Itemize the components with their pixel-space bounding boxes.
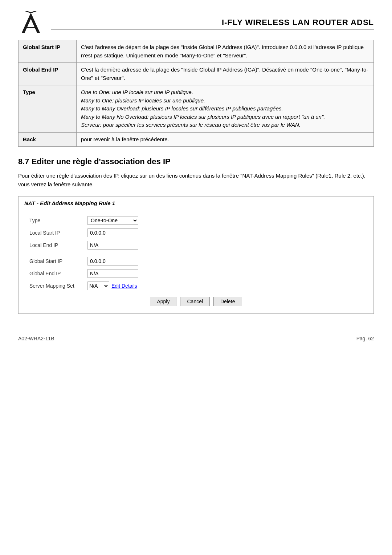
svg-line-3	[25, 11, 31, 13]
edit-details-link[interactable]: Edit Details	[111, 283, 137, 289]
local-end-ip-label: Local End IP	[29, 242, 87, 248]
local-start-ip-label: Local Start IP	[29, 230, 87, 236]
server-mapping-controls: N/A 1 2 Edit Details	[87, 281, 137, 290]
apply-button[interactable]: Apply	[150, 297, 176, 306]
row-content-type: One to One: une IP locale sur une IP pub…	[77, 85, 374, 133]
row-content-back: pour revenir à la fenêtre précédente.	[77, 132, 374, 147]
global-start-ip-input[interactable]	[87, 257, 138, 266]
global-start-ip-row: Global Start IP	[29, 257, 363, 266]
section-heading: 8.7 Editer une règle d'association des I…	[18, 157, 374, 166]
logo	[18, 11, 44, 36]
row-label-global-end-ip: Global End IP	[19, 63, 77, 85]
type-select[interactable]: One-to-One Many-to-One Many-to-Many Over…	[87, 216, 138, 225]
global-end-ip-input[interactable]	[87, 269, 138, 278]
type-line-2: Many to One: plusieurs IP locales sur un…	[81, 97, 205, 104]
header-title: I-FLY WIRELESS LAN ROUTER ADSL	[51, 18, 374, 29]
row-label-type: Type	[19, 85, 77, 133]
global-start-ip-label: Global Start IP	[29, 258, 87, 264]
type-line-4: Many to Many No Overload: plusieurs IP l…	[81, 114, 325, 120]
buttons-row: Apply Cancel Delete	[19, 297, 373, 306]
svg-line-4	[31, 11, 36, 13]
footer-page: Pag. 62	[356, 336, 374, 341]
server-mapping-row: Server Mapping Set N/A 1 2 Edit Details	[29, 281, 363, 290]
nat-form: Type One-to-One Many-to-One Many-to-Many…	[19, 210, 373, 290]
cancel-button[interactable]: Cancel	[180, 297, 210, 306]
nat-form-box: NAT - Edit Address Mapping Rule 1 Type O…	[18, 196, 374, 314]
page-header: I-FLY WIRELESS LAN ROUTER ADSL	[18, 11, 374, 36]
type-line-5: Serveur: pour spécifier les services pré…	[81, 122, 301, 128]
local-end-ip-input[interactable]	[87, 241, 138, 250]
table-row: Back pour revenir à la fenêtre précédent…	[19, 132, 374, 147]
page-footer: A02-WRA2-11B Pag. 62	[18, 336, 374, 341]
local-start-ip-input[interactable]	[87, 228, 138, 237]
nat-box-title: NAT - Edit Address Mapping Rule 1	[19, 197, 373, 210]
row-content-global-start-ip: C'est l'adresse de départ de la plage de…	[77, 40, 374, 63]
section-paragraph: Pour éditer une règle d'association des …	[18, 171, 374, 189]
type-line-1: One to One: une IP locale sur une IP pub…	[81, 89, 193, 95]
table-row: Global End IP C'est la dernière adresse …	[19, 63, 374, 85]
table-row: Global Start IP C'est l'adresse de dépar…	[19, 40, 374, 63]
table-row: Type One to One: une IP locale sur une I…	[19, 85, 374, 133]
type-row: Type One-to-One Many-to-One Many-to-Many…	[29, 216, 363, 225]
local-start-ip-row: Local Start IP	[29, 228, 363, 237]
server-mapping-select[interactable]: N/A 1 2	[87, 281, 109, 290]
info-table: Global Start IP C'est l'adresse de dépar…	[18, 40, 374, 147]
row-label-global-start-ip: Global Start IP	[19, 40, 77, 63]
row-label-back: Back	[19, 132, 77, 147]
local-end-ip-row: Local End IP	[29, 241, 363, 250]
footer-model: A02-WRA2-11B	[18, 336, 54, 341]
type-label: Type	[29, 218, 87, 223]
server-mapping-label: Server Mapping Set	[29, 283, 87, 289]
delete-button[interactable]: Delete	[213, 297, 242, 306]
type-line-3: Many to Many Overload: plusieurs IP loca…	[81, 105, 283, 112]
global-end-ip-row: Global End IP	[29, 269, 363, 278]
global-end-ip-label: Global End IP	[29, 271, 87, 276]
row-content-global-end-ip: C'est la dernière adresse de la plage de…	[77, 63, 374, 85]
